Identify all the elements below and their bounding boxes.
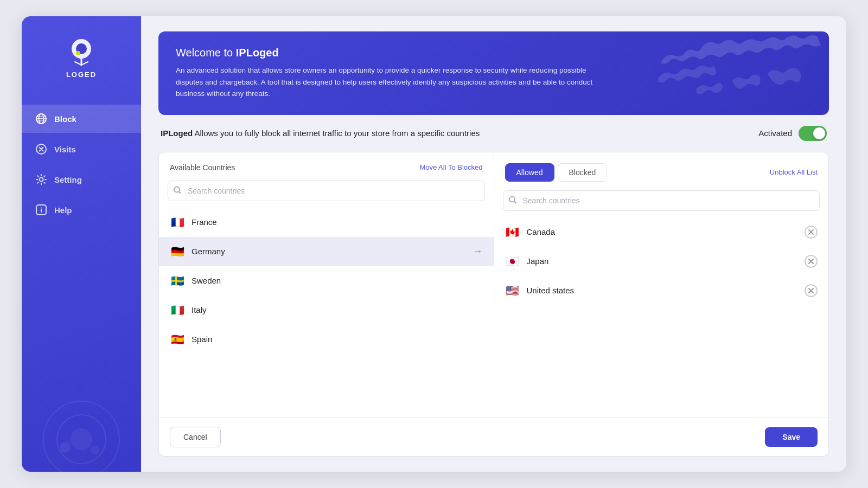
remove-canada-button[interactable] <box>805 226 818 239</box>
svg-point-13 <box>91 446 99 454</box>
sidebar-item-label-visits: Visits <box>54 145 76 154</box>
logo-text: LOGED <box>66 70 97 79</box>
country-item-japan: 🇯🇵 Japan <box>494 247 829 276</box>
right-panel: Allowed Blocked Unblock All List <box>494 152 829 418</box>
available-countries-title: Available Countries <box>170 163 235 172</box>
svg-point-11 <box>71 428 92 450</box>
search-icon-left <box>173 185 182 196</box>
sidebar-decoration <box>33 390 130 472</box>
activated-label: Activated <box>758 129 792 138</box>
left-panel-header: Available Countries Move All To Blocked <box>159 163 494 181</box>
welcome-banner: Welcome to IPLoged An advanced solution … <box>158 31 829 115</box>
activated-description: IPLoged Allows you to fully block all in… <box>161 129 480 138</box>
remove-united-states-button[interactable] <box>805 284 818 297</box>
flag-japan: 🇯🇵 <box>505 254 520 269</box>
banner-description: An advanced solution that allows store o… <box>176 65 599 100</box>
sidebar-item-block[interactable]: Block <box>22 105 141 133</box>
country-item-united-states: 🇺🇸 United states <box>494 276 829 305</box>
sidebar-item-label-block: Block <box>54 114 76 124</box>
flag-sweden: 🇸🇪 <box>170 273 185 288</box>
flag-france: 🇫🇷 <box>170 215 185 230</box>
country-name-sweden: Sweden <box>192 276 483 285</box>
sidebar-nav: Block Visits Setting <box>22 105 141 224</box>
info-icon <box>35 203 48 216</box>
flag-italy: 🇮🇹 <box>170 303 185 318</box>
left-panel: Available Countries Move All To Blocked <box>159 152 494 418</box>
country-item-canada: 🇨🇦 Canada <box>494 217 829 247</box>
svg-point-2 <box>76 51 80 55</box>
country-name-japan: Japan <box>527 256 799 266</box>
right-panel-header: Allowed Blocked Unblock All List <box>494 163 829 190</box>
sidebar-item-label-help: Help <box>54 206 72 215</box>
sidebar-item-setting[interactable]: Setting <box>22 165 141 194</box>
activated-label-wrap: Activated <box>758 126 827 141</box>
svg-point-12 <box>60 442 71 453</box>
save-button[interactable]: Save <box>765 427 818 447</box>
country-item-sweden[interactable]: 🇸🇪 Sweden <box>159 266 494 296</box>
country-item-germany[interactable]: 🇩🇪 Germany → <box>159 237 494 266</box>
country-item-france[interactable]: 🇫🇷 France <box>159 208 494 237</box>
remove-japan-button[interactable] <box>805 255 818 268</box>
country-name-spain: Spain <box>192 335 483 344</box>
right-search-input[interactable] <box>503 190 820 211</box>
tab-group: Allowed Blocked <box>505 163 608 182</box>
sidebar-item-help[interactable]: Help <box>22 196 141 224</box>
main-content: Welcome to IPLoged An advanced solution … <box>141 16 846 472</box>
cancel-button[interactable]: Cancel <box>170 427 221 447</box>
sidebar-item-label-setting: Setting <box>54 175 82 184</box>
activated-bar: IPLoged Allows you to fully block all in… <box>158 126 829 141</box>
tab-blocked[interactable]: Blocked <box>558 163 608 182</box>
country-name-germany: Germany <box>192 247 467 256</box>
panel-footer: Cancel Save <box>159 418 828 456</box>
right-search-box <box>503 190 820 211</box>
country-name-france: France <box>192 217 483 227</box>
flag-canada: 🇨🇦 <box>505 224 520 240</box>
logo-icon <box>64 34 99 68</box>
svg-point-6 <box>40 178 43 182</box>
svg-point-8 <box>41 208 42 209</box>
arrow-right-icon-germany: → <box>473 246 483 257</box>
tab-allowed[interactable]: Allowed <box>505 163 554 182</box>
sidebar-item-visits[interactable]: Visits <box>22 135 141 163</box>
sidebar: LOGED Block <box>22 16 141 472</box>
flag-united-states: 🇺🇸 <box>505 283 520 298</box>
country-name-italy: Italy <box>192 305 483 314</box>
move-all-link[interactable]: Move All To Blocked <box>419 163 482 171</box>
banner-map <box>644 31 829 115</box>
left-search-input[interactable] <box>168 181 485 201</box>
country-item-italy[interactable]: 🇮🇹 Italy <box>159 296 494 325</box>
activated-toggle[interactable] <box>799 126 827 141</box>
available-country-list: 🇫🇷 France 🇩🇪 Germany → 🇸🇪 Sweden <box>159 208 494 418</box>
x-circle-icon <box>35 143 48 156</box>
unblock-all-link[interactable]: Unblock All List <box>770 168 818 176</box>
search-icon-right <box>508 195 517 206</box>
globe-icon <box>35 112 48 125</box>
countries-panel: Available Countries Move All To Blocked <box>158 152 829 457</box>
left-search-box <box>168 181 485 201</box>
country-item-spain[interactable]: 🇪🇸 Spain <box>159 325 494 354</box>
allowed-country-list: 🇨🇦 Canada 🇯🇵 Japan <box>494 217 829 418</box>
sidebar-logo: LOGED <box>64 34 99 79</box>
banner-text-section: Welcome to IPLoged An advanced solution … <box>176 47 599 100</box>
flag-germany: 🇩🇪 <box>170 244 185 259</box>
flag-spain: 🇪🇸 <box>170 332 185 347</box>
country-name-united-states: United states <box>527 286 799 295</box>
gear-icon <box>35 173 48 186</box>
countries-inner: Available Countries Move All To Blocked <box>159 152 828 418</box>
banner-title: Welcome to IPLoged <box>176 47 599 59</box>
country-name-canada: Canada <box>527 227 799 236</box>
